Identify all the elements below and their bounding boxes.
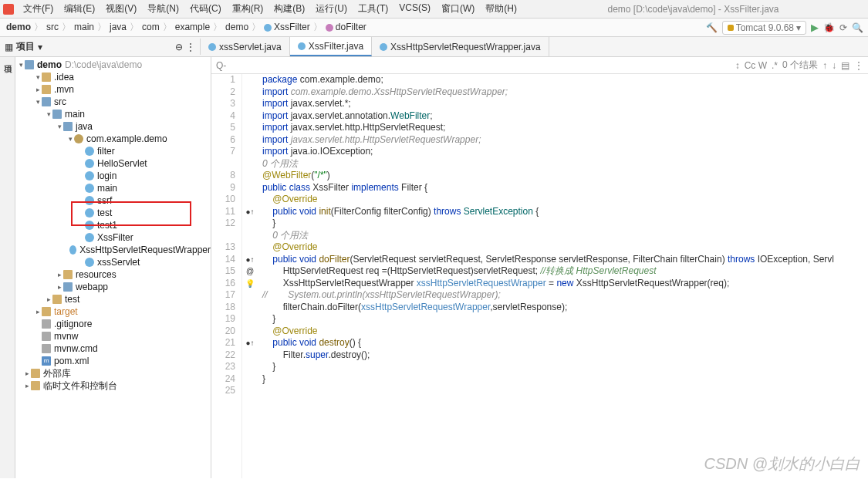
code-line[interactable]: import com.example.demo.XssHttpServletRe… — [262, 86, 868, 99]
menu-item[interactable]: VCS(S) — [394, 1, 435, 17]
code-line[interactable]: } — [262, 373, 868, 386]
project-tree[interactable]: ▾ demo D:\code\java\demo ▾.idea▸.mvn▾src… — [15, 57, 211, 478]
code-line[interactable] — [262, 385, 868, 397]
tree-root[interactable]: ▾ demo D:\code\java\demo — [15, 59, 211, 71]
gutter-marker[interactable] — [242, 158, 258, 170]
filter-icon[interactable]: ▤ — [841, 60, 849, 71]
settings-icon[interactable]: ⋮ — [186, 42, 195, 52]
editor-tab[interactable]: XssHttpServletRequestWrapper.java — [372, 37, 549, 56]
tree-item[interactable]: ▾.idea — [15, 71, 211, 83]
gutter-marker[interactable] — [242, 241, 258, 254]
tree-arrow-icon[interactable]: ▸ — [34, 86, 42, 93]
search-icon[interactable]: 🔍 — [852, 22, 863, 33]
tree-item[interactable]: ▾main — [15, 108, 211, 120]
tree-arrow-icon[interactable]: ▸ — [34, 308, 42, 315]
line-number[interactable]: 9 — [211, 182, 235, 194]
line-number[interactable]: 3 — [211, 98, 235, 110]
breadcrumb-part[interactable]: main — [73, 22, 96, 32]
tree-item[interactable]: ▾java — [15, 120, 211, 133]
tree-item[interactable]: login — [15, 170, 211, 182]
gutter-marker[interactable]: 💡 — [242, 278, 258, 290]
project-toolwindow-tab[interactable]: 项目 — [0, 57, 15, 60]
line-number[interactable]: 22 — [211, 349, 235, 362]
tree-item[interactable]: mvnw.cmd — [15, 342, 211, 355]
menu-item[interactable]: 导航(N) — [143, 1, 184, 17]
tree-item[interactable]: XssFilter — [15, 231, 211, 244]
code-line[interactable]: public class XssFilter implements Filter… — [262, 182, 868, 194]
menu-item[interactable]: 帮助(H) — [481, 1, 522, 17]
line-number[interactable]: 12 — [211, 218, 235, 230]
line-number[interactable]: 14 — [211, 254, 235, 266]
collapse-icon[interactable]: ⊖ — [175, 42, 183, 52]
line-number[interactable] — [211, 158, 235, 170]
breadcrumb-part[interactable]: demo — [5, 22, 32, 32]
menu-item[interactable]: 窗口(W) — [437, 1, 479, 17]
line-number[interactable]: 15 — [211, 265, 235, 278]
code-line[interactable]: } — [262, 313, 868, 326]
line-number[interactable]: 23 — [211, 361, 235, 373]
more-icon[interactable]: ⋮ — [854, 60, 863, 71]
gutter-marker[interactable]: ●↑ — [242, 337, 258, 349]
code-line[interactable]: XssHttpServletRequestWrapper xssHttpServ… — [262, 278, 868, 290]
code-line[interactable]: HttpServletRequest req =(HttpServletRequ… — [262, 265, 868, 278]
gutter-marker[interactable]: ●↑ @ — [242, 254, 258, 266]
tree-item[interactable]: mpom.xml — [15, 355, 211, 367]
menu-item[interactable]: 工具(T) — [353, 1, 393, 17]
line-number[interactable]: 18 — [211, 302, 235, 314]
tree-arrow-icon[interactable]: ▾ — [34, 73, 42, 81]
gutter-marker[interactable] — [242, 230, 258, 242]
code-line[interactable]: } — [262, 218, 868, 230]
run-icon[interactable]: ▶ — [811, 22, 819, 33]
gutter-marker[interactable]: ●↑ — [242, 206, 258, 218]
tree-item[interactable]: mvnw — [15, 330, 211, 342]
code-line[interactable]: public void doFilter(ServletRequest serv… — [262, 254, 868, 266]
gutter-marker[interactable] — [242, 74, 258, 86]
line-number[interactable]: 4 — [211, 110, 235, 123]
code-line[interactable]: import javax.servlet.http.HttpServletReq… — [262, 134, 868, 147]
run-config-select[interactable]: Tomcat 9.0.68 ▾ — [722, 21, 806, 35]
line-number[interactable]: 13 — [211, 241, 235, 254]
breadcrumb-part[interactable]: demo — [224, 22, 250, 32]
gutter-marker[interactable] — [242, 313, 258, 326]
line-number[interactable]: 10 — [211, 194, 235, 206]
menu-item[interactable]: 代码(C) — [185, 1, 226, 17]
line-number[interactable]: 16 — [211, 278, 235, 290]
chevron-down-icon[interactable]: ▾ — [38, 42, 42, 52]
line-number[interactable]: 19 — [211, 313, 235, 326]
tree-item[interactable]: ssrf — [15, 194, 211, 207]
line-number[interactable]: 7 — [211, 146, 235, 158]
tree-item[interactable]: ▾src — [15, 96, 211, 108]
tree-item[interactable]: test — [15, 207, 211, 219]
gutter-marker[interactable] — [242, 289, 258, 302]
code-line[interactable]: import java.io.IOException; — [262, 146, 868, 158]
marker-gutter[interactable]: ●↑●↑ @💡●↑ — [242, 74, 258, 478]
line-number[interactable]: 2 — [211, 86, 235, 99]
code-line[interactable]: import javax.servlet.http.HttpServletReq… — [262, 122, 868, 134]
code-area[interactable]: package com.example.demo;import com.exam… — [258, 74, 868, 478]
tree-arrow-icon[interactable]: ▾ — [66, 135, 74, 143]
gutter-marker[interactable] — [242, 349, 258, 362]
breadcrumb-part[interactable]: doFilter — [324, 22, 368, 32]
code-line[interactable]: // System.out.println(xssHttpServletRequ… — [262, 289, 868, 302]
build-icon[interactable]: 🔨 — [706, 22, 718, 33]
code-line[interactable]: 0 个用法 — [262, 230, 868, 242]
tree-arrow-icon[interactable]: ▸ — [56, 283, 63, 291]
tree-item[interactable]: XssHttpServletRequestWrapper — [15, 244, 211, 256]
line-gutter[interactable]: 1234567891011121314151617181920212223242… — [211, 74, 242, 478]
menu-item[interactable]: 文件(F) — [19, 1, 58, 17]
gutter-marker[interactable] — [242, 122, 258, 134]
line-number[interactable]: 5 — [211, 122, 235, 134]
line-number[interactable]: 8 — [211, 170, 235, 182]
breadcrumb-part[interactable]: src — [45, 22, 60, 32]
menu-item[interactable]: 视图(V) — [101, 1, 141, 17]
breadcrumb-part[interactable]: com — [140, 22, 161, 32]
code-line[interactable]: @Override — [262, 241, 868, 254]
tree-item[interactable]: ▸临时文件和控制台 — [15, 379, 211, 392]
code-line[interactable]: Filter.super.destroy(); — [262, 349, 868, 362]
code-line[interactable]: import javax.servlet.*; — [262, 98, 868, 110]
gutter-marker[interactable] — [242, 110, 258, 123]
match-case-word[interactable]: Cc W — [745, 60, 767, 71]
tree-item[interactable]: main — [15, 182, 211, 194]
code-line[interactable]: } — [262, 361, 868, 373]
breadcrumb[interactable]: demo〉src〉main〉java〉com〉example〉demo〉XssF… — [5, 21, 368, 34]
